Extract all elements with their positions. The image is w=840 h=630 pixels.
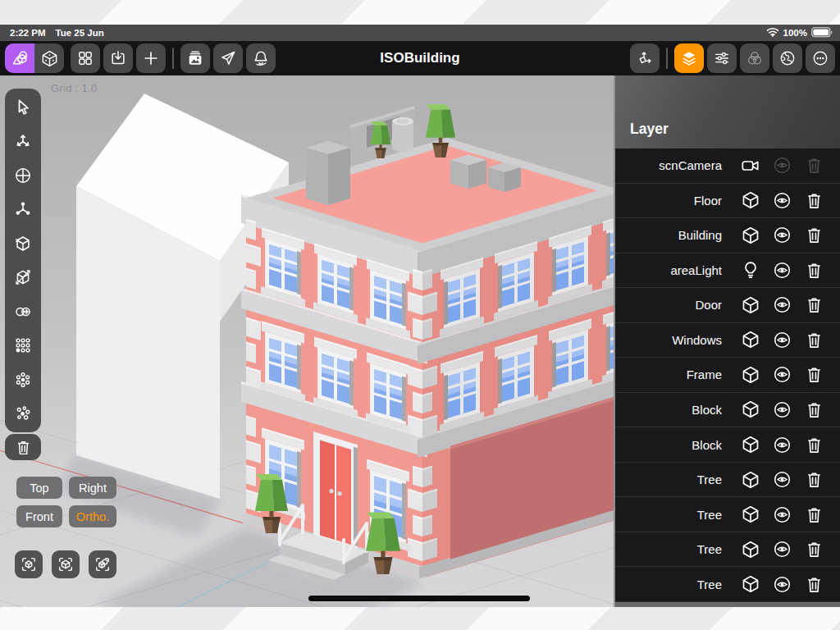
- left-tool-rail: [5, 89, 41, 432]
- status-date: Tue 25 Jun: [55, 28, 103, 38]
- layer-row[interactable]: Floor: [615, 184, 840, 219]
- layer-visibility-eye-icon[interactable]: [766, 436, 798, 454]
- layer-delete-trash-icon[interactable]: [798, 295, 830, 314]
- layer-row[interactable]: areaLight: [615, 253, 840, 289]
- layer-visibility-eye-icon[interactable]: [766, 400, 798, 419]
- layer-row[interactable]: Door: [615, 288, 840, 323]
- layer-name: scnCamera: [623, 158, 734, 172]
- cube-axis-tool[interactable]: [5, 261, 41, 295]
- layer-visibility-eye-icon[interactable]: [766, 365, 798, 384]
- layer-visibility-eye-icon[interactable]: [766, 191, 798, 210]
- layer-name: Tree: [623, 542, 734, 556]
- radial-array-tool[interactable]: [5, 363, 41, 397]
- layer-visibility-eye-icon[interactable]: [766, 470, 798, 489]
- blend-circles-button[interactable]: [740, 43, 769, 73]
- layer-row[interactable]: Tree: [615, 532, 840, 568]
- layer-name: Door: [623, 298, 734, 312]
- layer-visibility-eye-icon[interactable]: [766, 156, 798, 175]
- view-right-button[interactable]: Right: [69, 477, 116, 499]
- layer-visibility-eye-icon[interactable]: [766, 540, 798, 559]
- layer-name: Frame: [623, 368, 734, 381]
- environment-globe-button[interactable]: [773, 43, 802, 73]
- layer-panel-title: Layer: [615, 75, 840, 148]
- layer-row[interactable]: Windows: [615, 323, 840, 358]
- layer-type-cube-icon: [734, 435, 766, 454]
- layer-delete-trash-icon[interactable]: [798, 365, 830, 384]
- view-ortho-button[interactable]: Ortho.: [69, 505, 116, 527]
- home-indicator[interactable]: [308, 596, 530, 601]
- layer-list: scnCameraFloorBuildingareaLightDoorWindo…: [615, 148, 840, 602]
- more-options-button[interactable]: [806, 43, 835, 73]
- node-graph-tool[interactable]: [5, 193, 41, 227]
- add-button[interactable]: [136, 43, 166, 73]
- layer-visibility-eye-icon[interactable]: [766, 261, 798, 280]
- layer-row[interactable]: Tree: [615, 567, 840, 602]
- adjust-sliders-button[interactable]: [707, 43, 737, 73]
- layer-visibility-eye-icon[interactable]: [766, 295, 798, 314]
- viewport-3d-canvas[interactable]: Grid : 1.0 Top Right Front: [0, 75, 614, 607]
- layer-name: Floor: [623, 194, 734, 208]
- layer-delete-trash-icon[interactable]: [798, 261, 830, 280]
- layer-panel: Layer scnCameraFloorBuildingareaLightDoo…: [614, 75, 840, 607]
- layer-visibility-eye-icon[interactable]: [766, 226, 798, 244]
- layer-name: Block: [623, 403, 734, 417]
- layer-delete-trash-icon[interactable]: [798, 575, 830, 594]
- delete-tool[interactable]: [5, 434, 41, 460]
- share-button[interactable]: [213, 43, 243, 73]
- frame-all-button[interactable]: [89, 550, 116, 578]
- layer-row[interactable]: scnCamera: [615, 148, 840, 184]
- import-button[interactable]: [103, 43, 133, 73]
- orbit-sphere-tool[interactable]: [5, 158, 41, 193]
- layer-visibility-eye-icon[interactable]: [766, 575, 798, 594]
- view-front-button[interactable]: Front: [16, 505, 62, 527]
- transform-tool-button[interactable]: [630, 43, 660, 73]
- layer-row[interactable]: Block: [615, 393, 840, 428]
- layer-type-cube-icon: [734, 190, 766, 210]
- layer-delete-trash-icon[interactable]: [798, 331, 830, 349]
- status-bar: 2:22 PM Tue 25 Jun 100%: [0, 25, 840, 41]
- layer-visibility-eye-icon[interactable]: [766, 331, 798, 349]
- cursor-select-tool[interactable]: [5, 90, 41, 125]
- photos-button[interactable]: [180, 43, 210, 73]
- layer-visibility-eye-icon[interactable]: [766, 505, 798, 524]
- battery-percent: 100%: [783, 28, 807, 38]
- layer-delete-trash-icon[interactable]: [798, 191, 830, 210]
- layer-delete-trash-icon[interactable]: [798, 436, 830, 454]
- layer-row[interactable]: Building: [615, 218, 840, 253]
- frame-object-button[interactable]: [15, 550, 43, 578]
- layer-row[interactable]: Tree: [615, 463, 840, 498]
- layer-row[interactable]: Frame: [615, 358, 840, 393]
- layer-delete-trash-icon[interactable]: [798, 400, 830, 419]
- view-preset-buttons: Top Right Front Ortho.: [16, 477, 116, 527]
- grid-apps-button[interactable]: [71, 43, 100, 73]
- dice-cube-button[interactable]: [34, 43, 64, 73]
- layer-delete-trash-icon[interactable]: [798, 540, 830, 559]
- frame-selection-button[interactable]: [52, 550, 80, 578]
- move-axes-tool[interactable]: [5, 125, 41, 159]
- link-chain-tool[interactable]: [5, 294, 41, 329]
- layer-delete-trash-icon[interactable]: [798, 470, 830, 489]
- layer-name: Windows: [623, 333, 734, 347]
- layer-type-cube-icon: [734, 470, 766, 490]
- grid-size-label: Grid : 1.0: [51, 82, 97, 94]
- scatter-array-tool[interactable]: [5, 397, 41, 431]
- layer-row[interactable]: Block: [615, 427, 840, 463]
- primitives-shapes-button[interactable]: [5, 43, 34, 73]
- cube-select-tool[interactable]: [5, 226, 41, 261]
- toolbar-divider-right: [666, 48, 668, 69]
- layer-name: Tree: [623, 578, 734, 591]
- layer-delete-trash-icon[interactable]: [798, 156, 830, 175]
- layers-panel-button[interactable]: [674, 43, 704, 73]
- layer-type-cube-icon: [734, 399, 766, 419]
- wifi-icon: [766, 27, 779, 39]
- view-top-button[interactable]: Top: [16, 477, 62, 499]
- layer-panel-footer: [615, 602, 840, 607]
- grid-array-tool[interactable]: [5, 329, 41, 363]
- layer-type-cube-icon: [734, 574, 766, 594]
- notification-bell-button[interactable]: [246, 43, 276, 73]
- layer-row[interactable]: Tree: [615, 497, 840, 532]
- layer-type-cube-icon: [734, 330, 766, 349]
- layer-delete-trash-icon[interactable]: [798, 505, 830, 524]
- layer-delete-trash-icon[interactable]: [798, 226, 830, 244]
- battery-icon: [811, 27, 833, 39]
